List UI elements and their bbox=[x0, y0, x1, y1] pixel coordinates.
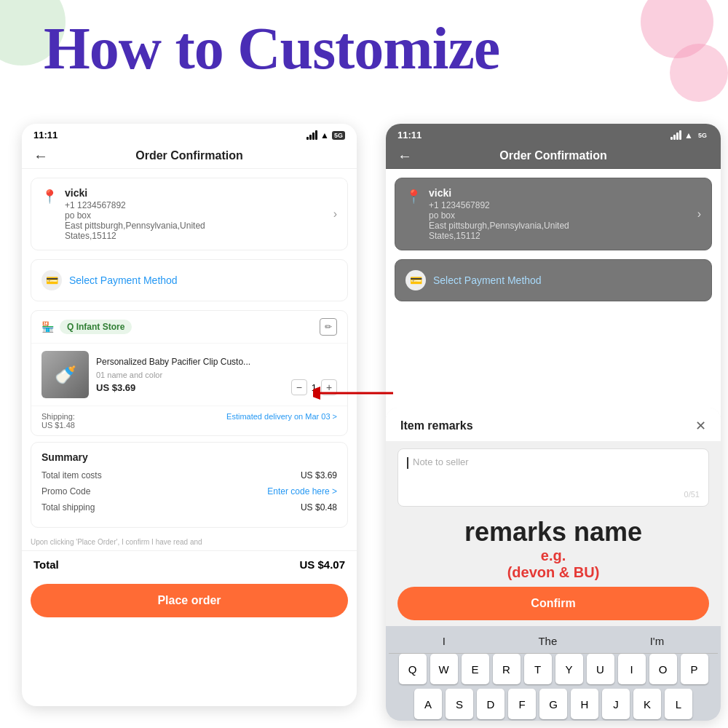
note-input-container[interactable]: Note to seller 0/51 bbox=[397, 448, 709, 507]
left-store-section: 🏪 Q Infant Store ✏ 🍼 Personalized Baby P… bbox=[31, 310, 348, 436]
left-wifi-icon: ▲ bbox=[320, 130, 329, 141]
summary-title: Summary bbox=[41, 451, 337, 463]
right-address-name: vicki bbox=[429, 187, 697, 199]
remarks-modal: Item remarks ✕ Note to seller 0/51 remar… bbox=[386, 408, 721, 721]
right-address-card[interactable]: 📍 vicki +1 1234567892 po box East pittsb… bbox=[395, 178, 712, 250]
right-payment-row[interactable]: 💳 Select Payment Method bbox=[395, 259, 712, 301]
keyboard: I The I'm Q W E R T Y U I O P bbox=[386, 626, 721, 721]
left-status-icons: ▲ 5G bbox=[306, 130, 345, 141]
key-h[interactable]: H bbox=[571, 689, 598, 719]
left-address-card[interactable]: 📍 vicki +1 1234567892 po box East pittsb… bbox=[31, 178, 348, 250]
promo-value: Enter code here > bbox=[267, 486, 337, 496]
right-payment-icon: 💳 bbox=[405, 270, 426, 290]
remarks-close-button[interactable]: ✕ bbox=[695, 418, 706, 434]
summary-shipping-row: Total shipping US $0.48 bbox=[41, 502, 337, 513]
left-nav-title: Order Confirmation bbox=[135, 149, 243, 162]
shipping-price: US $1.48 bbox=[41, 421, 75, 430]
product-name: Personalized Baby Pacifier Clip Custo... bbox=[96, 356, 284, 368]
product-details: Personalized Baby Pacifier Clip Custo...… bbox=[96, 356, 284, 393]
key-f[interactable]: F bbox=[508, 689, 536, 719]
key-j[interactable]: J bbox=[602, 689, 630, 719]
keyboard-suggestions: I The I'm bbox=[389, 630, 718, 654]
right-signal-icon bbox=[670, 131, 681, 140]
note-counter: 0/51 bbox=[407, 490, 700, 499]
total-amount: US $4.07 bbox=[299, 558, 345, 571]
left-time: 11:11 bbox=[33, 130, 58, 141]
disclaimer-text: Upon clicking 'Place Order', I confirm I… bbox=[22, 534, 357, 550]
confirm-button[interactable]: Confirm bbox=[397, 587, 709, 620]
total-row: Total US $4.07 bbox=[22, 550, 357, 578]
key-t[interactable]: T bbox=[524, 654, 552, 684]
key-y[interactable]: Y bbox=[555, 654, 583, 684]
address-state: States,15112 bbox=[65, 231, 333, 241]
qty-decrease-button[interactable]: − bbox=[291, 379, 307, 395]
key-e[interactable]: E bbox=[462, 654, 489, 684]
right-address-phone: +1 1234567892 bbox=[429, 200, 697, 210]
right-address-street: po box bbox=[429, 210, 697, 221]
right-location-icon: 📍 bbox=[405, 189, 422, 205]
place-order-button[interactable]: Place order bbox=[31, 584, 348, 617]
summary-section: Summary Total item costs US $3.69 Promo … bbox=[31, 442, 348, 528]
right-wifi-icon: ▲ bbox=[684, 130, 693, 141]
left-payment-row[interactable]: 💳 Select Payment Method bbox=[31, 259, 348, 301]
shipping-row: Shipping: US $1.48 Estimated delivery on… bbox=[31, 405, 347, 435]
product-variant: 01 name and color bbox=[96, 371, 284, 379]
address-city: East pittsburgh,Pennsylvania,United bbox=[65, 221, 333, 231]
summary-item-costs-row: Total item costs US $3.69 bbox=[41, 470, 337, 480]
key-i[interactable]: I bbox=[618, 654, 646, 684]
location-icon: 📍 bbox=[41, 189, 58, 205]
key-w[interactable]: W bbox=[430, 654, 458, 684]
key-row-1: Q W E R T Y U I O P bbox=[390, 654, 716, 684]
store-name: Q Infant Store bbox=[60, 320, 132, 334]
key-r[interactable]: R bbox=[493, 654, 521, 684]
store-header-left: 🏪 Q Infant Store bbox=[41, 320, 132, 334]
store-edit-button[interactable]: ✏ bbox=[320, 318, 337, 336]
suggestion-i[interactable]: I bbox=[443, 635, 446, 647]
address-phone: +1 1234567892 bbox=[65, 200, 333, 210]
remarks-eg-label: e.g. bbox=[541, 547, 566, 564]
main-title: How to Customize bbox=[44, 15, 499, 83]
right-status-bar: 11:11 ▲ 5G bbox=[386, 124, 721, 143]
key-p[interactable]: P bbox=[681, 654, 708, 684]
payment-text: Select Payment Method bbox=[69, 274, 178, 286]
key-l[interactable]: L bbox=[665, 689, 692, 719]
suggestion-im[interactable]: I'm bbox=[650, 635, 665, 647]
keyboard-rows: Q W E R T Y U I O P A S D F G bbox=[389, 654, 718, 721]
left-signal-icon bbox=[306, 131, 317, 140]
left-status-bar: 11:11 ▲ 5G bbox=[22, 124, 357, 143]
red-arrow-icon bbox=[313, 379, 400, 408]
product-image: 🍼 bbox=[41, 351, 89, 398]
key-s[interactable]: S bbox=[446, 689, 473, 719]
suggestion-the[interactable]: The bbox=[538, 635, 557, 647]
left-back-button[interactable]: ← bbox=[33, 148, 48, 165]
right-address-state: States,15112 bbox=[429, 231, 697, 241]
address-street: po box bbox=[65, 210, 333, 221]
key-u[interactable]: U bbox=[587, 654, 614, 684]
key-q[interactable]: Q bbox=[399, 654, 427, 684]
total-label: Total bbox=[33, 558, 59, 571]
key-row-2: A S D F G H J K L bbox=[390, 689, 716, 719]
left-nav-bar: ← Order Confirmation bbox=[22, 143, 357, 169]
total-shipping-value: US $0.48 bbox=[301, 502, 337, 513]
right-payment-text: Select Payment Method bbox=[433, 274, 542, 286]
product-row: 🍼 Personalized Baby Pacifier Clip Custo.… bbox=[31, 344, 347, 405]
remarks-name-label: remarks name bbox=[464, 517, 642, 547]
right-phone: 11:11 ▲ 5G ← Order Confirmation 📍 vicki … bbox=[386, 124, 721, 721]
key-k[interactable]: K bbox=[633, 689, 661, 719]
remarks-example-label: (devon & BU) bbox=[507, 564, 600, 581]
address-info: vicki +1 1234567892 po box East pittsbur… bbox=[65, 187, 333, 241]
note-input-row: Note to seller bbox=[407, 456, 700, 469]
promo-label: Promo Code bbox=[41, 486, 90, 496]
key-g[interactable]: G bbox=[539, 689, 567, 719]
left-phone: 11:11 ▲ 5G ← Order Confirmation 📍 vicki … bbox=[22, 124, 357, 706]
address-name: vicki bbox=[65, 187, 333, 199]
key-o[interactable]: O bbox=[649, 654, 677, 684]
remarks-annotation-area: remarks name e.g. (devon & BU) bbox=[386, 514, 721, 581]
right-status-icons: ▲ 5G bbox=[670, 130, 709, 141]
summary-promo-row[interactable]: Promo Code Enter code here > bbox=[41, 486, 337, 496]
total-shipping-label: Total shipping bbox=[41, 502, 95, 513]
delivery-info: Estimated delivery on Mar 03 > bbox=[226, 412, 337, 430]
right-back-button[interactable]: ← bbox=[397, 148, 412, 165]
key-a[interactable]: A bbox=[414, 689, 442, 719]
key-d[interactable]: D bbox=[477, 689, 505, 719]
